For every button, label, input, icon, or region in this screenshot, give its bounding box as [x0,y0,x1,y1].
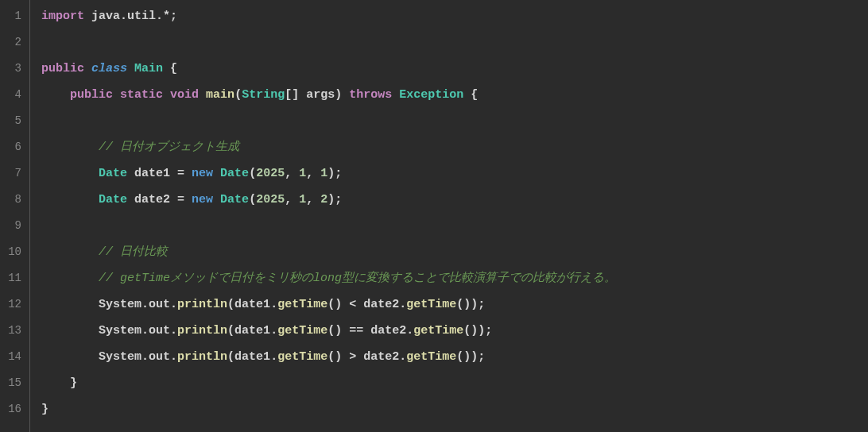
code-token: date1 [234,298,270,311]
code-line[interactable]: public static void main(String[] args) t… [41,82,868,108]
code-token: // 日付比較 [99,245,168,259]
code-token: Date [99,193,127,206]
code-token [41,245,99,259]
code-token: } [41,403,48,416]
code-line[interactable]: System.out.println(date1.getTime() < dat… [41,291,868,318]
code-token: println [177,324,227,338]
code-editor[interactable]: import java.util.*;public class Main { p… [30,0,868,432]
code-token: . [170,298,177,311]
code-token: String [242,88,285,102]
code-token: { [463,88,478,102]
code-token: System [99,298,141,311]
code-token: System [99,350,141,364]
code-token: // 日付オブジェクト生成 [99,141,239,154]
code-token: ( [227,298,234,311]
code-line[interactable]: Date date1 = new Date(2025, 1, 1); [41,160,868,187]
code-token: 1 [320,167,327,180]
code-token: ); [327,193,342,206]
line-number: 11 [0,265,29,291]
code-token: . [170,324,177,338]
code-token: class [91,62,127,75]
code-token: out [149,350,170,364]
code-line[interactable]: } [41,370,868,396]
line-number: 2 [0,29,29,56]
code-token [213,167,220,180]
line-number: 6 [0,134,29,160]
code-token: public [70,88,113,102]
line-number: 8 [0,187,29,213]
code-token [41,324,99,338]
code-token [113,88,120,102]
line-number: 7 [0,160,29,187]
code-token: = [170,193,192,206]
code-line[interactable]: import java.util.*; [41,3,868,29]
code-token [41,193,99,206]
code-line[interactable]: Date date2 = new Date(2025, 1, 2); [41,187,868,213]
code-token: . [141,298,149,311]
code-line[interactable]: } [41,396,868,422]
code-token: main [206,88,234,102]
code-line[interactable] [41,29,868,56]
line-number: 1 [0,3,29,29]
code-token: util [127,10,156,23]
code-line[interactable]: // 日付オブジェクト生成 [41,134,868,160]
code-token: Exception [399,88,463,102]
code-token: date2 [370,324,406,338]
line-number: 16 [0,396,29,422]
line-number: 14 [0,344,29,370]
code-line[interactable]: // getTimeメソッドで日付をミリ秒のlong型に変換することで比較演算子… [41,265,868,291]
code-token [41,298,99,311]
code-line[interactable]: public class Main { [41,56,868,82]
code-token: date1 [134,167,170,180]
line-number-gutter: 12345678910111213141516 [0,0,30,432]
code-token [213,193,220,206]
code-token [41,167,99,180]
code-token: . [170,350,177,364]
code-token: 2 [320,193,327,206]
code-token: Date [99,167,127,180]
code-token: , [306,193,320,206]
code-token: ); [327,167,342,180]
code-token [392,88,399,102]
code-token: 1 [299,167,306,180]
code-token: ( [227,324,234,338]
code-token: 1 [299,193,306,206]
code-token: () > [327,350,363,364]
code-token: ()); [463,324,492,338]
code-token: . [270,324,277,338]
code-token: . [270,350,277,364]
code-token: java [91,10,120,23]
code-line[interactable] [41,108,868,134]
code-line[interactable] [41,213,868,239]
line-number: 10 [0,239,29,265]
code-token: . [141,350,149,364]
code-token [41,272,99,285]
code-token: date2 [134,193,170,206]
code-token: Main [134,62,163,75]
code-token: // getTimeメソッドで日付をミリ秒のlong型に変換することで比較演算子… [99,272,616,285]
code-line[interactable]: System.out.println(date1.getTime() > dat… [41,344,868,370]
code-token: new [192,167,213,180]
code-line[interactable]: // 日付比較 [41,239,868,265]
code-line[interactable]: System.out.println(date1.getTime() == da… [41,318,868,344]
code-token: date1 [234,350,270,364]
line-number: 4 [0,82,29,108]
code-token: new [192,193,213,206]
code-token: . [120,10,127,23]
code-token [84,62,91,75]
code-token: , [285,167,299,180]
code-token: getTime [406,298,456,311]
code-token: getTime [413,324,463,338]
code-token: Date [220,193,249,206]
code-token: getTime [277,350,327,364]
code-token [163,88,170,102]
code-token: public [41,62,84,75]
code-token [41,350,99,364]
code-token: ()); [456,350,485,364]
code-token: System [99,324,141,338]
code-token: . [141,324,149,338]
code-token: () == [327,324,370,338]
code-token: getTime [406,350,456,364]
code-token: . [270,298,277,311]
code-token: = [170,167,192,180]
